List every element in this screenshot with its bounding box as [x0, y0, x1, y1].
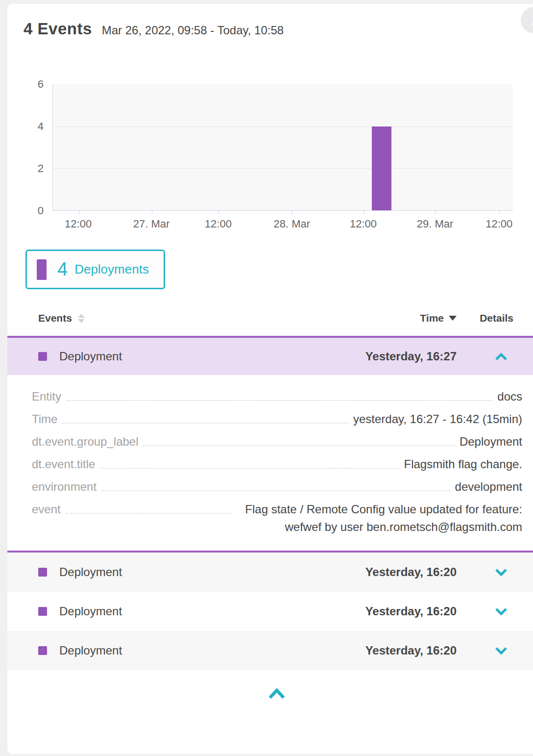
- collapse-panel-button[interactable]: [7, 688, 533, 700]
- x-axis: 12:00 27. Mar 12:00 28. Mar 12:00 29. Ma…: [52, 212, 513, 234]
- event-type: Deployment: [59, 350, 122, 363]
- event-type: Deployment: [59, 605, 122, 618]
- deployments-count: 4: [57, 259, 68, 280]
- dotted-leader: [101, 478, 450, 491]
- dotted-leader: [62, 410, 348, 424]
- event-type: Deployment: [59, 644, 122, 657]
- chart-plot-area: [52, 84, 513, 211]
- event-time: Yesterday, 16:27: [365, 350, 457, 363]
- dotted-leader: [66, 388, 492, 401]
- chevron-down-icon[interactable]: [457, 568, 513, 577]
- x-tick-label: 27. Mar: [133, 218, 170, 230]
- dotted-leader: [66, 501, 231, 514]
- gridline: [53, 168, 513, 169]
- dotted-leader: [144, 433, 455, 446]
- chevron-up-icon[interactable]: [267, 688, 286, 700]
- deployments-legend-button[interactable]: 4 Deployments: [25, 250, 165, 289]
- table-row[interactable]: Deployment Yesterday, 16:27: [7, 336, 533, 375]
- detail-value: Flag state / Remote Config value updated…: [236, 501, 522, 536]
- date-range: Mar 26, 2022, 09:58 - Today, 10:58: [102, 24, 284, 37]
- column-header-time[interactable]: Time: [420, 312, 457, 324]
- column-header-events[interactable]: Events: [38, 312, 72, 324]
- detail-value: docs: [497, 388, 522, 405]
- x-tick-label: 12:00: [485, 218, 512, 230]
- x-tick-label: 12:00: [205, 218, 232, 230]
- deployment-square-icon: [38, 646, 47, 655]
- event-time: Yesterday, 16:20: [365, 565, 457, 579]
- table-row[interactable]: Deployment Yesterday, 16:20: [7, 592, 533, 631]
- detail-label: event: [32, 501, 61, 518]
- detail-row: Entity docs: [32, 388, 522, 405]
- event-time: Yesterday, 16:20: [365, 644, 457, 657]
- deployments-label: Deployments: [74, 262, 149, 277]
- detail-row: environment development: [32, 478, 522, 496]
- events-table: Events Time Details Deployment Yesterday…: [7, 310, 533, 700]
- detail-row: event Flag state / Remote Config value u…: [32, 501, 522, 536]
- detail-row: dt.event.title Flagsmith flag change.: [32, 455, 522, 473]
- y-tick-label: 0: [38, 204, 44, 217]
- table-header: Events Time Details: [7, 310, 533, 327]
- sort-icon[interactable]: [78, 314, 85, 323]
- dotted-leader: [100, 455, 399, 469]
- chevron-down-icon[interactable]: [457, 647, 513, 655]
- page-title: 4 Events: [24, 20, 92, 38]
- y-tick-label: 6: [38, 78, 44, 91]
- detail-row: dt.event.group_label Deployment: [32, 433, 522, 451]
- deployment-square-icon: [38, 568, 47, 577]
- x-tick-label: 29. Mar: [417, 218, 454, 230]
- column-header-details: Details: [457, 312, 513, 324]
- caret-down-icon: [449, 316, 457, 321]
- events-panel: i 4 Events Mar 26, 2022, 09:58 - Today, …: [7, 4, 533, 754]
- deployment-square-icon: [38, 607, 47, 616]
- event-time: Yesterday, 16:20: [365, 605, 457, 618]
- y-tick-label: 2: [38, 162, 44, 175]
- gridline: [53, 126, 513, 127]
- panel-header: 4 Events Mar 26, 2022, 09:58 - Today, 10…: [7, 4, 533, 42]
- detail-value: yesterday, 16:27 - 16:42 (15min): [353, 410, 522, 428]
- detail-value: Deployment: [460, 433, 522, 451]
- detail-label: Entity: [32, 388, 61, 405]
- event-details: Entity docs Time yesterday, 16:27 - 16:4…: [7, 375, 533, 553]
- detail-label: Time: [32, 410, 57, 428]
- event-type: Deployment: [59, 565, 122, 579]
- x-tick-label: 28. Mar: [274, 218, 311, 230]
- table-row[interactable]: Deployment Yesterday, 16:20: [7, 553, 533, 592]
- events-chart: 6 4 2 0: [7, 84, 533, 211]
- chevron-down-icon[interactable]: [457, 607, 513, 616]
- y-tick-label: 4: [38, 120, 44, 133]
- deployment-square-icon: [38, 352, 47, 361]
- chevron-up-icon[interactable]: [457, 353, 513, 361]
- detail-value: development: [455, 478, 522, 496]
- table-row[interactable]: Deployment Yesterday, 16:20: [7, 631, 533, 670]
- detail-label: dt.event.group_label: [32, 433, 139, 451]
- detail-label: dt.event.title: [32, 455, 95, 473]
- y-axis: 6 4 2 0: [7, 84, 52, 211]
- x-tick-label: 12:00: [350, 218, 377, 230]
- deployments-swatch-icon: [37, 259, 47, 280]
- detail-label: environment: [32, 478, 97, 496]
- detail-row: Time yesterday, 16:27 - 16:42 (15min): [32, 410, 522, 428]
- detail-value: Flagsmith flag change.: [404, 455, 522, 473]
- deployments-bar[interactable]: [372, 126, 391, 210]
- x-tick-label: 12:00: [65, 218, 92, 230]
